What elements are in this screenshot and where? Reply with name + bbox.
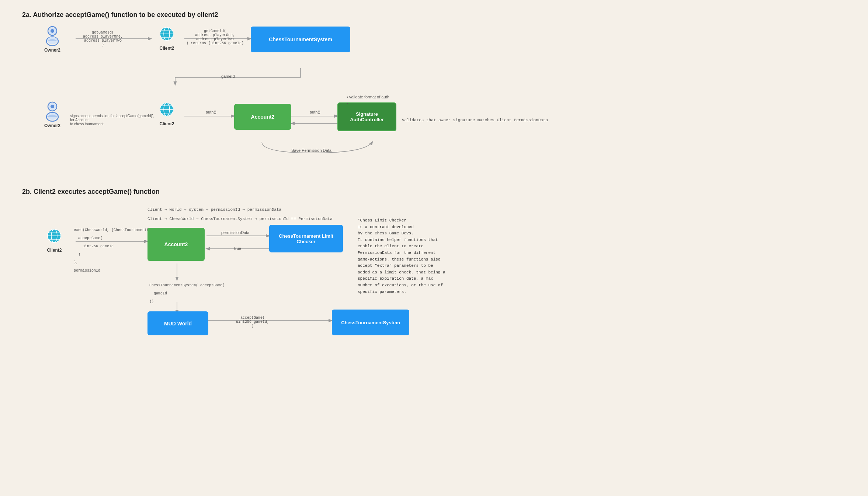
box-chess-tournament-2b: ChessTournamentSystem <box>332 310 409 335</box>
actor-client2-bottom: Client2 <box>159 101 175 126</box>
section-2b: 2b. Client2 executes acceptGame() functi… <box>22 188 846 343</box>
label-save-permission: Save Permission Data <box>291 148 331 153</box>
box-mud-world: MUD World <box>147 311 208 335</box>
box-account2-2b: Account2 <box>147 228 205 261</box>
page: 2a. Authorize acceptGame() function to b… <box>0 0 868 376</box>
actor-owner2-bottom: Owner2 <box>44 101 60 128</box>
label-signs: signs accept permission for 'acceptGame(… <box>70 110 159 126</box>
actor-client2-bottom-label: Client2 <box>159 121 174 126</box>
actor-owner2-top-label: Owner2 <box>44 48 60 53</box>
label-getgameid-1: getGameId(address playerOne,address play… <box>83 27 123 47</box>
label-auth-2: auth() <box>310 110 320 114</box>
section-2b-title: 2b. Client2 executes acceptGame() functi… <box>22 188 846 196</box>
box-account2: Account2 <box>234 104 291 130</box>
note-validate-format: • validate format of auth• <box>347 94 389 107</box>
actor-owner2-top: Owner2 <box>44 26 60 53</box>
label-true-2b: true <box>234 246 241 251</box>
label-permissiondata-2b: permissionData <box>221 230 249 235</box>
label-auth-1: auth() <box>206 110 216 114</box>
actor-client2-2b-label: Client2 <box>47 248 62 253</box>
note-chess-limit: *Chess Limit Checker is a contract devel… <box>358 217 445 295</box>
box-chess-limit-checker: ChessTournament Limit Checker <box>269 225 343 252</box>
label-acceptgame-2b: acceptGame(uint256 gameId,) <box>236 312 269 328</box>
svg-point-18 <box>51 105 54 108</box>
label-flow-top-2b: client ⇒ world ⇒ system ⇒ permissionId ⇒… <box>147 203 333 221</box>
label-gameid: gameId <box>221 74 235 78</box>
box-chess-tournament-system: ChessTournamentSystem <box>251 27 350 52</box>
actor-client2-2b: Client2 <box>46 228 63 253</box>
label-getgameid-2: getGameId(address playerOne,address play… <box>186 25 244 45</box>
label-validates: Validates that owner signature matches C… <box>402 113 548 122</box>
actor-client2-top: Client2 <box>159 26 175 51</box>
label-chess-call-2b: ChessTournamentSystem( acceptGame( gameI… <box>149 279 225 304</box>
svg-point-9 <box>51 29 54 33</box>
section-2a: 2a. Authorize acceptGame() function to b… <box>22 11 846 166</box>
actor-owner2-bottom-label: Owner2 <box>44 123 60 128</box>
actor-client2-top-label: Client2 <box>159 46 174 51</box>
section-2a-title: 2a. Authorize acceptGame() function to b… <box>22 11 846 19</box>
